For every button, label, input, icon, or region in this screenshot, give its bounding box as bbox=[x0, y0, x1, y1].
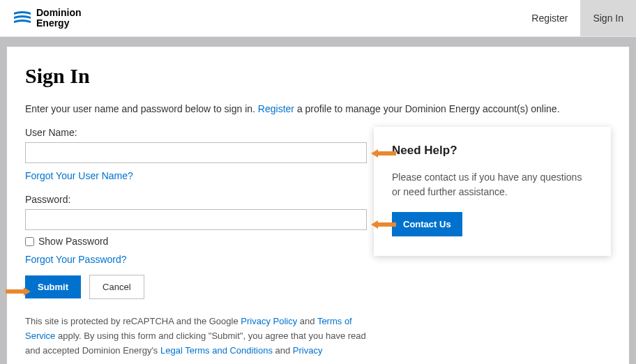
show-password-checkbox[interactable] bbox=[25, 237, 34, 246]
password-label: Password: bbox=[25, 194, 367, 205]
top-header: Dominion Energy Register Sign In bbox=[0, 0, 636, 37]
forgot-username-link[interactable]: Forgot Your User Name? bbox=[25, 170, 133, 181]
privacy-link[interactable]: Privacy bbox=[293, 345, 323, 356]
username-input[interactable] bbox=[25, 142, 367, 163]
top-nav: Register Sign In bbox=[519, 0, 636, 36]
password-input[interactable] bbox=[25, 209, 367, 230]
footer-t1: This site is protected by reCAPTCHA and … bbox=[25, 316, 241, 326]
brand-line2: Energy bbox=[36, 18, 82, 29]
button-row: Submit Cancel bbox=[25, 275, 367, 299]
password-group: Password: bbox=[25, 194, 367, 230]
submit-button[interactable]: Submit bbox=[25, 275, 81, 298]
intro-suffix: a profile to manage your Dominion Energy… bbox=[294, 103, 560, 114]
page-wrapper: Sign In Enter your user name and passwor… bbox=[0, 47, 636, 364]
nav-signin[interactable]: Sign In bbox=[580, 0, 636, 36]
brand-line1: Dominion bbox=[36, 8, 82, 18]
username-label: User Name: bbox=[25, 127, 367, 138]
footer-t4: and bbox=[273, 345, 293, 356]
form-area: User Name: Forgot Your User Name? Passwo… bbox=[25, 127, 611, 358]
legal-link[interactable]: Legal Terms and Conditions bbox=[160, 345, 273, 356]
help-panel: Need Help? Please contact us if you have… bbox=[374, 127, 611, 256]
cancel-button[interactable]: Cancel bbox=[89, 275, 144, 299]
contact-us-button[interactable]: Contact Us bbox=[392, 212, 462, 236]
brand-logo[interactable]: Dominion Energy bbox=[13, 8, 82, 29]
intro-prefix: Enter your user name and password below … bbox=[25, 103, 258, 114]
help-title: Need Help? bbox=[392, 144, 593, 158]
dominion-logo-icon bbox=[13, 8, 32, 28]
help-body: Please contact us if you have any questi… bbox=[392, 170, 593, 199]
page-title: Sign In bbox=[25, 64, 611, 88]
gray-band bbox=[0, 37, 636, 47]
username-group: User Name: Forgot Your User Name? bbox=[25, 127, 367, 181]
footer-t2: and bbox=[297, 316, 317, 326]
show-password-label: Show Password bbox=[38, 236, 108, 247]
footer-disclaimer: This site is protected by reCAPTCHA and … bbox=[25, 314, 367, 358]
show-password-row: Show Password bbox=[25, 236, 367, 247]
forgot-password-link[interactable]: Forgot Your Password? bbox=[25, 254, 127, 265]
nav-register[interactable]: Register bbox=[519, 0, 580, 36]
intro-register-link[interactable]: Register bbox=[258, 103, 294, 114]
brand-text: Dominion Energy bbox=[36, 8, 82, 29]
intro-text: Enter your user name and password below … bbox=[25, 103, 611, 114]
signin-card: Sign In Enter your user name and passwor… bbox=[7, 47, 629, 364]
form-column: User Name: Forgot Your User Name? Passwo… bbox=[25, 127, 367, 358]
privacy-policy-link[interactable]: Privacy Policy bbox=[241, 316, 297, 326]
